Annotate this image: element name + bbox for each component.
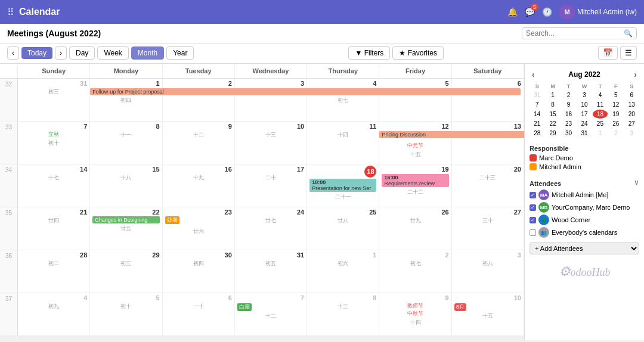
cell-aug11[interactable]: 11 十四 [307, 122, 379, 164]
everybody-checkbox[interactable] [530, 229, 536, 236]
mitchell-checkbox[interactable]: ✓ [530, 192, 536, 198]
cell-sep7[interactable]: 7 白露 十二 [235, 293, 307, 336]
cell-sep5[interactable]: 5 初十 [90, 293, 162, 336]
mini-day-28[interactable]: 28 [530, 129, 544, 138]
cell-aug8[interactable]: 8 十一 [90, 122, 162, 164]
mini-day-4[interactable]: 4 [593, 91, 608, 100]
cell-aug3[interactable]: 3 初六 [235, 79, 307, 122]
day-view-btn[interactable]: Day [69, 46, 95, 60]
cell-aug19[interactable]: 19 16:00 Requirements review 二十二 [379, 164, 451, 207]
cell-aug9[interactable]: 9 十二 [163, 122, 235, 164]
mini-day-11[interactable]: 11 [593, 100, 608, 109]
responsible-mitchell[interactable]: Mitchell Admin [530, 163, 639, 170]
messages-btn[interactable]: 💬 5 [525, 7, 535, 17]
year-view-btn[interactable]: Year [166, 46, 194, 60]
mini-day-12[interactable]: 12 [608, 100, 623, 109]
mini-day-5[interactable]: 5 [608, 91, 623, 100]
cell-aug17[interactable]: 17 二十 [235, 164, 307, 207]
cell-aug29[interactable]: 29 初三 [90, 250, 162, 293]
mini-day-8[interactable]: 8 [545, 100, 560, 109]
week-view-btn[interactable]: Week [97, 46, 128, 60]
mini-day-25[interactable]: 25 [593, 119, 608, 128]
cell-sep1[interactable]: 1 初六 [307, 250, 379, 293]
mini-day-30[interactable]: 30 [561, 129, 576, 138]
mini-day-31[interactable]: 31 [577, 129, 592, 138]
mini-day-1-next[interactable]: 1 [593, 129, 608, 138]
cell-aug10[interactable]: 10 十三 [235, 122, 307, 164]
event-pricing[interactable]: Pricing Discussion [379, 131, 525, 138]
mini-day-6[interactable]: 6 [624, 91, 639, 100]
prev-button[interactable]: ‹ [7, 46, 19, 60]
cell-aug27[interactable]: 27 三十 [452, 207, 524, 250]
cell-aug4[interactable]: 4 七夕节 初七 [307, 79, 379, 122]
cell-aug31[interactable]: 31 初五 [235, 250, 307, 293]
next-button[interactable]: › [55, 46, 67, 60]
cell-sep3[interactable]: 3 初八 [452, 250, 524, 293]
mini-day-2-next[interactable]: 2 [608, 129, 623, 138]
mini-day-2[interactable]: 2 [561, 91, 576, 100]
cell-aug7[interactable]: 7 立秋 初十 [18, 122, 90, 164]
mini-day-29[interactable]: 29 [545, 129, 560, 138]
cell-aug18[interactable]: 18 10:00 Presentation for new Ser 二十一 [307, 164, 379, 207]
mini-day-10[interactable]: 10 [577, 100, 592, 109]
cell-aug20[interactable]: 20 二十三 [452, 164, 524, 207]
attendees-collapse[interactable]: ∨ [634, 178, 639, 186]
mini-day-3[interactable]: 3 [577, 91, 592, 100]
mini-day-18[interactable]: 18 [593, 110, 608, 119]
bell-icon[interactable]: 🔔 [507, 7, 518, 17]
cell-aug16[interactable]: 16 十九 [163, 164, 235, 207]
cell-aug6[interactable]: 6 初九 [452, 79, 524, 122]
mini-day-17[interactable]: 17 [577, 110, 592, 119]
mini-day-14[interactable]: 14 [530, 110, 544, 119]
search-input[interactable] [526, 29, 621, 38]
cell-aug30[interactable]: 30 初四 [163, 250, 235, 293]
mini-day-19[interactable]: 19 [608, 110, 623, 119]
cell-sep2[interactable]: 2 初七 [379, 250, 451, 293]
cell-aug26[interactable]: 26 廿九 [379, 207, 451, 250]
cell-sep8[interactable]: 8 十三 [307, 293, 379, 336]
mini-day-7[interactable]: 7 [530, 100, 544, 109]
clock-icon[interactable]: 🕐 [542, 7, 552, 17]
cell-aug25[interactable]: 25 廿八 [307, 207, 379, 250]
event-changes[interactable]: Changes in Designing [92, 216, 159, 223]
mini-day-1[interactable]: 1 [545, 91, 560, 100]
cell-aug22[interactable]: 22 Changes in Designing 廿五 [90, 207, 162, 250]
today-button[interactable]: Today [21, 47, 52, 59]
mini-day-13[interactable]: 13 [624, 100, 639, 109]
cell-sep10[interactable]: 10 8月 十五 [452, 293, 524, 336]
mini-day-3-next[interactable]: 3 [624, 129, 639, 138]
cell-aug12[interactable]: 12 Pricing Discussion 中元节 十五 [379, 122, 451, 164]
filters-btn[interactable]: ▼ Filters [348, 46, 390, 60]
cell-aug15[interactable]: 15 十八 [90, 164, 162, 207]
attendee-everybody[interactable]: 👥 Everybody's calendars [530, 227, 639, 238]
cell-aug5[interactable]: 5 初八 [379, 79, 451, 122]
mini-cal-prev[interactable]: ‹ [532, 70, 535, 79]
responsible-marc[interactable]: Marc Demo [530, 154, 639, 161]
mini-day-9[interactable]: 9 [561, 100, 576, 109]
cell-sep9[interactable]: 9 教师节 中秋节 十四 [379, 293, 451, 336]
cell-jul31[interactable]: 31 初三 [18, 79, 90, 122]
mini-day-21[interactable]: 21 [530, 119, 544, 128]
mini-day-15[interactable]: 15 [545, 110, 560, 119]
list-view-btn[interactable]: ☰ [620, 46, 637, 60]
cell-sep6[interactable]: 6 一十 [163, 293, 235, 336]
user-menu[interactable]: M Mitchell Admin (iw) [559, 4, 637, 20]
mini-day-24[interactable]: 24 [577, 119, 592, 128]
attendee-marc[interactable]: ✓ MD YourCompany, Marc Demo [530, 202, 639, 213]
mini-day-22[interactable]: 22 [545, 119, 560, 128]
cell-aug2[interactable]: 2 初五 [163, 79, 235, 122]
mini-day-27[interactable]: 27 [624, 119, 639, 128]
mini-day-20[interactable]: 20 [624, 110, 639, 119]
attendee-mitchell[interactable]: ✓ MA Mitchell Admin [Me] [530, 189, 639, 200]
cell-aug23[interactable]: 23 处暑 廿六 [163, 207, 235, 250]
event-follow-up[interactable]: Follow-up for Project proposal [90, 88, 521, 95]
mini-cal-next[interactable]: › [634, 70, 637, 79]
wood-checkbox[interactable]: ✓ [530, 217, 536, 223]
apps-icon[interactable]: ⠿ [7, 7, 14, 18]
month-view-btn[interactable]: Month [131, 46, 164, 60]
cell-aug14[interactable]: 14 十七 [18, 164, 90, 207]
mini-day-16[interactable]: 16 [561, 110, 576, 119]
mini-day-23[interactable]: 23 [561, 119, 576, 128]
cell-aug24[interactable]: 24 廿七 [235, 207, 307, 250]
grid-view-btn[interactable]: 📅 [598, 46, 618, 60]
